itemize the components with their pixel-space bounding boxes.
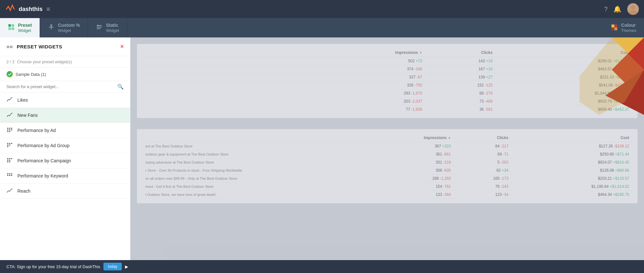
cta-button[interactable]: today xyxy=(103,263,122,270)
sidebar-item-likes[interactable]: Likes xyxy=(0,93,130,108)
widget-list: Likes New Fans xyxy=(0,93,130,273)
perf-campaign-icon xyxy=(6,158,13,164)
perf-keyword-icon xyxy=(6,173,13,179)
sidebar-item-likes-label: Likes xyxy=(17,97,28,103)
svg-rect-20 xyxy=(7,131,8,132)
svg-rect-38 xyxy=(7,175,8,176)
svg-rect-34 xyxy=(9,161,10,162)
svg-rect-26 xyxy=(9,145,10,146)
dashthis-logo-icon xyxy=(5,4,15,14)
static-widget-labels: Static Widget xyxy=(106,23,119,33)
sidebar-item-perf-ad-label: Performance by Ad xyxy=(17,128,56,133)
preset-widget-labels: Preset Widget xyxy=(18,23,32,33)
bottom-banner: CTA: Sign up for your free 15-day trial … xyxy=(0,260,644,273)
panel-header: «« PRESET WIDGETS × xyxy=(0,37,130,56)
banner-text: CTA: Sign up for your free 15-day trial … xyxy=(6,264,100,269)
tab-static-top: Static xyxy=(106,23,119,28)
back-icon[interactable]: «« xyxy=(6,43,13,50)
custom-widget-icon xyxy=(48,24,55,32)
svg-rect-35 xyxy=(7,173,8,174)
sidebar-item-perf-keyword-label: Performance by Keyword xyxy=(17,173,68,178)
svg-rect-30 xyxy=(11,158,12,159)
svg-rect-24 xyxy=(11,143,12,144)
svg-rect-28 xyxy=(7,158,8,159)
banner-arrow-icon: ▶ xyxy=(125,264,128,269)
tab-preset-widget[interactable]: Preset Widget xyxy=(0,18,40,37)
sidebar-item-perf-ad-group[interactable]: Performance by Ad Group xyxy=(0,138,130,153)
sidebar-item-new-fans-label: New Fans xyxy=(17,113,38,118)
search-icon[interactable]: 🔍 xyxy=(117,84,124,90)
svg-rect-17 xyxy=(7,129,8,130)
svg-rect-15 xyxy=(9,128,10,129)
svg-rect-5 xyxy=(12,27,14,30)
step-count: 2 / 2 xyxy=(6,59,14,64)
colour-themes-tab[interactable]: Colour Themes xyxy=(603,18,644,37)
preset-widget-icon xyxy=(8,24,15,32)
svg-rect-19 xyxy=(11,129,12,130)
custom-widget-labels: Custom % Widget xyxy=(58,23,80,33)
data-source-label: Sample Data (1) xyxy=(15,72,46,77)
tab-bar: Preset Widget Custom % Widget Static Wid… xyxy=(0,18,644,37)
svg-rect-23 xyxy=(9,143,10,144)
sidebar-item-perf-campaign-label: Performance by Campaign xyxy=(17,158,71,163)
svg-rect-29 xyxy=(9,158,10,159)
top-nav: dashthis ≡ ? 🔔 xyxy=(0,0,644,18)
tab-custom-top: Custom % xyxy=(58,23,80,28)
svg-rect-3 xyxy=(12,24,14,27)
svg-rect-40 xyxy=(11,175,12,176)
new-fans-icon xyxy=(6,112,13,118)
help-icon[interactable]: ? xyxy=(604,5,608,13)
tab-custom-bot: Widget xyxy=(58,28,80,33)
svg-rect-32 xyxy=(9,160,10,161)
tab-custom-widget[interactable]: Custom % Widget xyxy=(40,18,88,37)
step-description: Choose your preset widget(s) xyxy=(17,59,72,64)
colour-corner xyxy=(580,37,644,115)
app-name: dashthis xyxy=(19,6,43,13)
colour-top: Colour xyxy=(621,23,636,28)
svg-rect-4 xyxy=(8,27,11,30)
hamburger-icon[interactable]: ≡ xyxy=(46,5,50,13)
svg-rect-31 xyxy=(7,160,8,161)
svg-rect-22 xyxy=(7,143,8,144)
svg-rect-21 xyxy=(9,131,10,132)
panel-title: PRESET WIDGETS xyxy=(17,44,116,49)
svg-rect-18 xyxy=(9,129,10,130)
likes-icon xyxy=(6,97,13,103)
sidebar-panel: «« PRESET WIDGETS × 2 / 2 Choose your pr… xyxy=(0,37,130,273)
sidebar-item-perf-ad[interactable]: Performance by Ad xyxy=(0,123,130,138)
main-layout: «« PRESET WIDGETS × 2 / 2 Choose your pr… xyxy=(0,37,644,273)
overlay-dim xyxy=(130,37,644,273)
tab-static-bot: Widget xyxy=(106,28,119,33)
sidebar-item-reach[interactable]: Reach xyxy=(0,184,130,199)
svg-rect-37 xyxy=(11,173,12,174)
colour-bot: Themes xyxy=(621,28,636,33)
bell-icon[interactable]: 🔔 xyxy=(613,5,621,13)
tab-static-widget[interactable]: Static Widget xyxy=(88,18,127,37)
tab-preset-bot: Widget xyxy=(18,28,32,33)
sidebar-item-perf-keyword[interactable]: Performance by Keyword xyxy=(0,168,130,184)
tab-preset-top: Preset xyxy=(18,23,32,28)
svg-rect-2 xyxy=(8,24,11,27)
search-input[interactable] xyxy=(6,84,115,89)
avatar[interactable] xyxy=(627,3,639,15)
svg-rect-33 xyxy=(7,161,8,162)
svg-point-1 xyxy=(629,10,637,15)
sidebar-item-new-fans[interactable]: New Fans xyxy=(0,108,130,123)
search-row: 🔍 xyxy=(0,81,130,93)
svg-rect-27 xyxy=(7,146,8,147)
close-icon[interactable]: × xyxy=(120,43,124,50)
svg-rect-36 xyxy=(9,173,10,174)
nav-right: ? 🔔 xyxy=(604,3,639,15)
sidebar-item-perf-campaign[interactable]: Performance by Campaign xyxy=(0,153,130,168)
svg-rect-10 xyxy=(614,25,617,27)
data-source-icon xyxy=(6,71,13,77)
sidebar-item-perf-ad-group-label: Performance by Ad Group xyxy=(17,143,70,148)
reach-icon xyxy=(6,188,13,194)
perf-ad-icon xyxy=(6,127,13,133)
colour-themes-labels: Colour Themes xyxy=(621,23,636,33)
svg-rect-25 xyxy=(7,145,8,146)
svg-point-0 xyxy=(631,5,635,10)
static-widget-icon xyxy=(96,24,103,32)
svg-rect-9 xyxy=(611,25,614,27)
svg-rect-12 xyxy=(614,27,617,30)
